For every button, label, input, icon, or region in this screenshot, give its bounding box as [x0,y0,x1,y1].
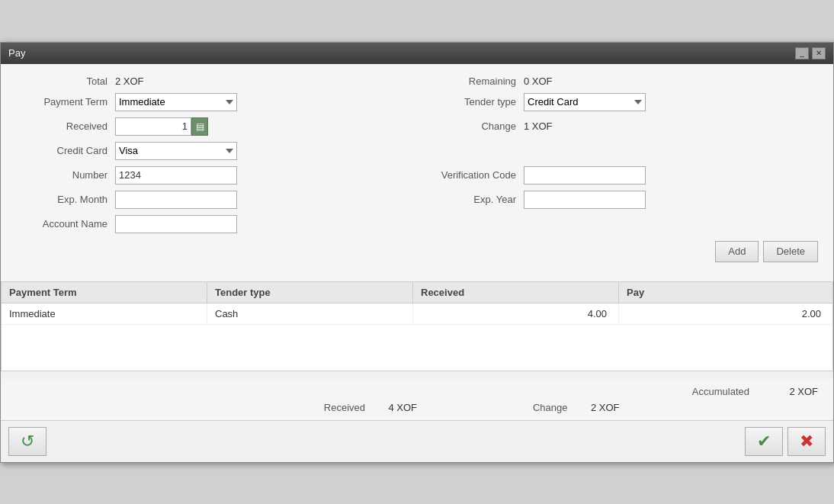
tender-type-select[interactable]: Credit Card Cash Check [524,93,646,111]
cancel-button[interactable]: ✖ [787,427,826,456]
minimize-button[interactable]: ⎯ [795,47,809,59]
th-tender-type: Tender type [207,282,413,303]
calculator-icon: ▤ [196,121,204,132]
total-row: Total 2 XOF Remaining 0 XOF [16,75,818,87]
remaining-label: Remaining [417,75,516,87]
window-controls: ⎯ ✕ [795,47,826,59]
td-pay: 2.00 [619,303,832,324]
credit-card-row: Credit Card Visa MasterCard Amex [16,142,818,160]
table-row[interactable]: Immediate Cash 4.00 2.00 [2,303,832,325]
tender-type-label: Tender type [417,96,516,108]
credit-card-select[interactable]: Visa MasterCard Amex [115,142,237,160]
add-button[interactable]: Add [715,241,759,262]
td-received: 4.00 [413,303,619,324]
number-label: Number [16,169,107,181]
account-name-input[interactable] [115,215,237,233]
exp-row: Exp. Month Exp. Year [16,191,818,209]
footer-change-label: Change [533,402,568,413]
th-pay: Pay [619,282,832,303]
confirm-check-icon: ✔ [757,432,771,451]
exp-year-input[interactable] [524,191,646,209]
confirm-button[interactable]: ✔ [745,427,783,456]
th-received: Received [413,282,619,303]
received-input[interactable] [115,117,191,136]
verification-input[interactable] [524,166,646,185]
change-value: 1 XOF [524,120,553,132]
remaining-value: 0 XOF [524,75,553,87]
change-label: Change [417,120,516,132]
footer-change-value: 2 XOF [574,402,620,413]
td-tender-type: Cash [207,303,413,324]
summary-section: Accumulated 2 XOF Received 4 XOF Change … [1,379,833,420]
cancel-x-icon: ✖ [800,432,813,451]
accumulated-label: Accumulated [658,386,749,397]
back-arrow-icon: ↺ [21,432,34,451]
table-empty-space [2,325,832,371]
account-name-row: Account Name [16,215,818,233]
pay-window: Pay ⎯ ✕ Total 2 XOF Remaining 0 XOF Paym… [0,42,834,463]
exp-month-label: Exp. Month [16,194,107,205]
table-header: Payment Term Tender type Received Pay [2,282,832,303]
verification-label: Verification Code [417,169,516,181]
number-input[interactable] [115,166,237,185]
titlebar: Pay ⎯ ✕ [1,43,833,64]
payments-table: Payment Term Tender type Received Pay Im… [1,281,833,371]
window-title: Pay [8,47,25,59]
account-name-label: Account Name [16,218,107,230]
payment-term-row: Payment Term Immediate 30 Days 60 Days T… [16,93,818,111]
received-label: Received [16,120,107,132]
action-bar: ↺ ✔ ✖ [1,420,833,462]
close-button[interactable]: ✕ [812,47,826,59]
payment-term-label: Payment Term [16,96,107,108]
th-payment-term: Payment Term [2,282,207,303]
back-button[interactable]: ↺ [8,427,47,456]
form-buttons: Add Delete [16,241,818,262]
td-payment-term: Immediate [2,303,207,324]
delete-button[interactable]: Delete [763,241,818,262]
payment-term-select[interactable]: Immediate 30 Days 60 Days [115,93,237,111]
credit-card-label: Credit Card [16,145,107,156]
accumulated-value: 2 XOF [757,386,818,397]
total-value: 2 XOF [115,75,144,87]
exp-year-label: Exp. Year [417,194,516,205]
calculator-button[interactable]: ▤ [191,117,208,136]
received-row: Received ▤ Change 1 XOF [16,117,818,136]
form-content: Total 2 XOF Remaining 0 XOF Payment Term… [1,64,833,281]
exp-month-input[interactable] [115,191,237,209]
footer-received-value: 4 XOF [371,402,417,413]
total-label: Total [16,75,107,87]
footer-received-label: Received [324,402,365,413]
number-row: Number Verification Code [16,166,818,185]
